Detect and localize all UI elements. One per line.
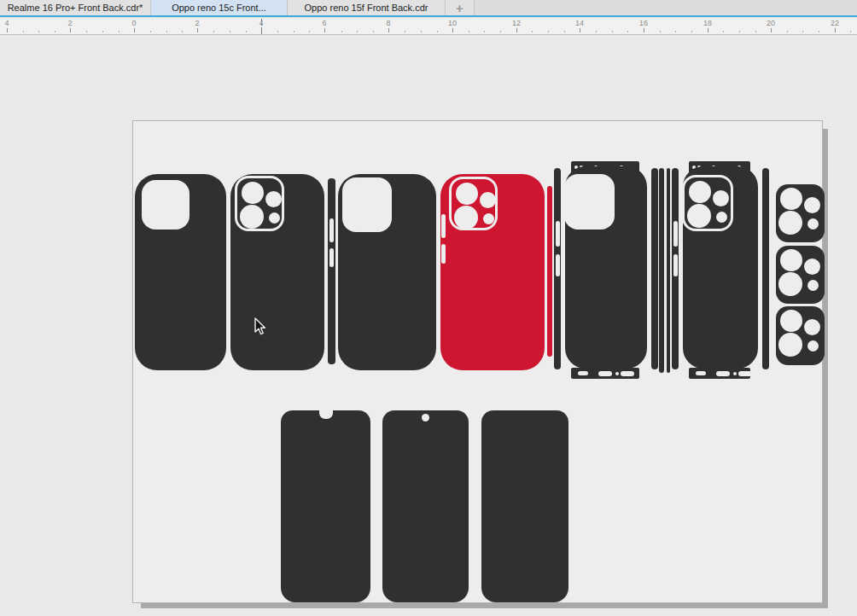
camera-lens-hole — [689, 181, 711, 203]
ruler-minor-tick — [38, 31, 39, 32]
ruler-minor-tick — [627, 31, 628, 32]
horizontal-ruler[interactable]: 420246810121416182022 — [0, 19, 857, 35]
camera-island-outline — [682, 175, 733, 231]
button-slot-cutout — [329, 248, 334, 267]
ruler-minor-tick — [405, 31, 405, 32]
side-rail-2[interactable] — [659, 168, 664, 373]
ruler-minor-tick — [23, 31, 24, 32]
bottom-flap — [571, 368, 639, 379]
ruler-minor-tick — [660, 31, 661, 32]
back-skin-3[interactable] — [338, 174, 436, 370]
tab-document-2[interactable]: Oppo reno 15c Front... — [151, 0, 288, 15]
ruler-minor-tick — [341, 31, 342, 32]
tab-label: Oppo reno 15c Front... — [172, 3, 266, 13]
bottom-flap — [689, 368, 750, 379]
new-tab-button[interactable]: + — [446, 0, 475, 15]
ruler-major-tick — [197, 28, 198, 32]
ruler-major-tick — [708, 28, 708, 32]
mouse-cursor-icon — [254, 317, 267, 336]
button-slot-cutout — [441, 244, 446, 264]
camera-piece-1 — [776, 184, 825, 242]
front-skin-hole[interactable] — [382, 410, 469, 602]
ruler-minor-tick — [564, 31, 565, 32]
ruler-minor-tick — [787, 31, 788, 32]
ruler-minor-tick — [675, 31, 676, 32]
ruler-minor-tick — [532, 31, 533, 32]
button-slot-cutout — [441, 214, 446, 238]
ruler-minor-tick — [421, 31, 422, 32]
ruler-minor-tick — [484, 31, 485, 32]
ruler-minor-tick — [55, 31, 55, 32]
side-rail-red[interactable] — [547, 186, 552, 357]
camera-lens-hole — [780, 249, 802, 271]
ruler-minor-tick — [309, 31, 310, 32]
ruler-minor-tick — [755, 31, 756, 32]
ruler-minor-tick — [357, 31, 358, 32]
back-skin-2[interactable] — [230, 174, 324, 370]
camera-lens-hole — [269, 212, 280, 224]
side-rail-3[interactable] — [667, 168, 670, 373]
ruler-major-tick — [771, 28, 772, 32]
document-page — [132, 120, 823, 603]
port-slot-cutout — [696, 371, 706, 375]
button-slot-cutout — [556, 254, 560, 276]
button-slot-cutout — [673, 221, 678, 247]
back-skin-red[interactable] — [440, 174, 545, 370]
document-tabbar: Realme 16 Pro+ Front Back.cdr*Oppo reno … — [0, 0, 857, 17]
button-slot-cutout — [556, 221, 560, 247]
camera-lens-hole — [804, 319, 820, 335]
camera-island-outline — [449, 177, 498, 230]
tab-document-1[interactable]: Realme 16 Pro+ Front Back.cdr* — [0, 0, 151, 15]
ruler-minor-tick — [277, 31, 278, 32]
port-slot-cutout — [733, 372, 737, 375]
camera-lens-hole — [780, 188, 802, 210]
back-skin-1[interactable] — [135, 174, 226, 370]
ruler-minor-tick — [150, 31, 151, 32]
ruler-major-tick — [7, 28, 8, 32]
wrap-skin-1[interactable] — [554, 161, 658, 379]
ruler-minor-tick — [819, 31, 819, 32]
port-slot-cutout — [738, 371, 752, 376]
ruler-minor-tick — [86, 31, 87, 32]
ruler-unit-label: 22 — [831, 19, 839, 27]
ruler-major-tick — [324, 28, 325, 32]
ruler-unit-label: 18 — [703, 19, 712, 27]
right-rail — [651, 168, 658, 369]
ruler-unit-label: 20 — [767, 19, 775, 27]
camera-lens-hole — [804, 197, 820, 213]
ruler-major-tick — [70, 28, 71, 32]
ruler-major-tick — [452, 28, 453, 32]
ruler-minor-tick — [850, 31, 851, 32]
left-rail — [672, 168, 679, 369]
camera-lens-hole — [456, 183, 478, 205]
camera-lens-hole — [807, 218, 819, 230]
wrap-skin-2[interactable] — [672, 161, 769, 379]
port-slot-cutout — [716, 371, 730, 376]
tab-document-3[interactable]: Oppo reno 15f Front Back.cdr — [288, 0, 446, 15]
camera-lens-hole — [687, 204, 711, 228]
ruler-minor-tick — [802, 31, 803, 32]
ruler-unit-label: 10 — [448, 19, 457, 27]
camera-lens-hole — [240, 205, 264, 229]
port-slot-cutout — [621, 371, 634, 376]
plus-icon: + — [456, 1, 463, 15]
ruler-major-tick — [835, 28, 836, 32]
camera-lens-hole — [483, 213, 494, 224]
ruler-minor-tick — [166, 31, 167, 32]
camera-island-outline — [235, 176, 284, 231]
ruler-unit-label: 8 — [386, 19, 390, 27]
ruler-minor-tick — [119, 31, 120, 32]
ruler-major-tick — [388, 28, 389, 32]
ruler-minor-tick — [469, 31, 469, 32]
camera-piece-2 — [776, 246, 825, 304]
front-skin-plain[interactable] — [481, 410, 568, 602]
drawing-canvas[interactable] — [0, 35, 857, 616]
ruler-major-tick — [134, 28, 135, 32]
front-skin-notch[interactable] — [281, 410, 370, 602]
camera-lens-hole — [713, 190, 729, 206]
side-rail-1[interactable] — [328, 178, 335, 364]
camera-lens-hole — [804, 259, 820, 275]
ruler-minor-tick — [548, 31, 549, 32]
ruler-minor-tick — [612, 31, 613, 32]
ruler-minor-tick — [691, 31, 692, 32]
